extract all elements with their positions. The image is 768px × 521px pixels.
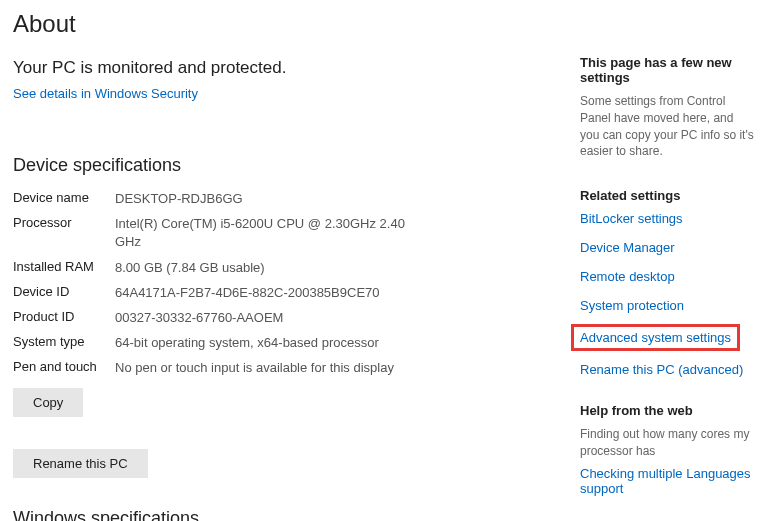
spec-value: 00327-30332-67760-AAOEM: [115, 309, 283, 327]
table-row: Processor Intel(R) Core(TM) i5-6200U CPU…: [13, 215, 580, 251]
help-from-web-text: Finding out how many cores my processor …: [580, 426, 756, 460]
checking-languages-link[interactable]: Checking multiple Languages support: [580, 466, 751, 496]
spec-value: 8.00 GB (7.84 GB usable): [115, 259, 265, 277]
device-specs-table: Device name DESKTOP-RDJB6GG Processor In…: [13, 190, 580, 378]
remote-desktop-link[interactable]: Remote desktop: [580, 269, 756, 284]
spec-label: Processor: [13, 215, 115, 251]
related-settings-heading: Related settings: [580, 188, 756, 203]
page-title: About: [13, 10, 580, 38]
spec-value: 64A4171A-F2B7-4D6E-882C-200385B9CE70: [115, 284, 380, 302]
table-row: Pen and touch No pen or touch input is a…: [13, 359, 580, 377]
rename-pc-button[interactable]: Rename this PC: [13, 449, 148, 478]
table-row: System type 64-bit operating system, x64…: [13, 334, 580, 352]
spec-value: DESKTOP-RDJB6GG: [115, 190, 243, 208]
spec-label: Product ID: [13, 309, 115, 327]
spec-label: Installed RAM: [13, 259, 115, 277]
new-settings-heading: This page has a few new settings: [580, 55, 756, 85]
copy-button[interactable]: Copy: [13, 388, 83, 417]
advanced-system-settings-link[interactable]: Advanced system settings: [580, 330, 731, 345]
spec-label: Pen and touch: [13, 359, 115, 377]
device-specs-heading: Device specifications: [13, 155, 580, 176]
bitlocker-link[interactable]: BitLocker settings: [580, 211, 756, 226]
spec-label: Device ID: [13, 284, 115, 302]
spec-label: System type: [13, 334, 115, 352]
device-manager-link[interactable]: Device Manager: [580, 240, 756, 255]
spec-label: Device name: [13, 190, 115, 208]
spec-value: 64-bit operating system, x64-based proce…: [115, 334, 379, 352]
see-details-link[interactable]: See details in Windows Security: [13, 86, 198, 101]
help-from-web-heading: Help from the web: [580, 403, 756, 418]
rename-pc-advanced-link[interactable]: Rename this PC (advanced): [580, 362, 756, 377]
spec-value: Intel(R) Core(TM) i5-6200U CPU @ 2.30GHz…: [115, 215, 415, 251]
system-protection-link[interactable]: System protection: [580, 298, 756, 313]
table-row: Device ID 64A4171A-F2B7-4D6E-882C-200385…: [13, 284, 580, 302]
highlight-box: Advanced system settings: [571, 324, 740, 351]
table-row: Product ID 00327-30332-67760-AAOEM: [13, 309, 580, 327]
table-row: Installed RAM 8.00 GB (7.84 GB usable): [13, 259, 580, 277]
spec-value: No pen or touch input is available for t…: [115, 359, 394, 377]
new-settings-text: Some settings from Control Panel have mo…: [580, 93, 756, 160]
table-row: Device name DESKTOP-RDJB6GG: [13, 190, 580, 208]
protection-status: Your PC is monitored and protected.: [13, 58, 580, 78]
windows-specs-heading: Windows specifications: [13, 508, 580, 522]
